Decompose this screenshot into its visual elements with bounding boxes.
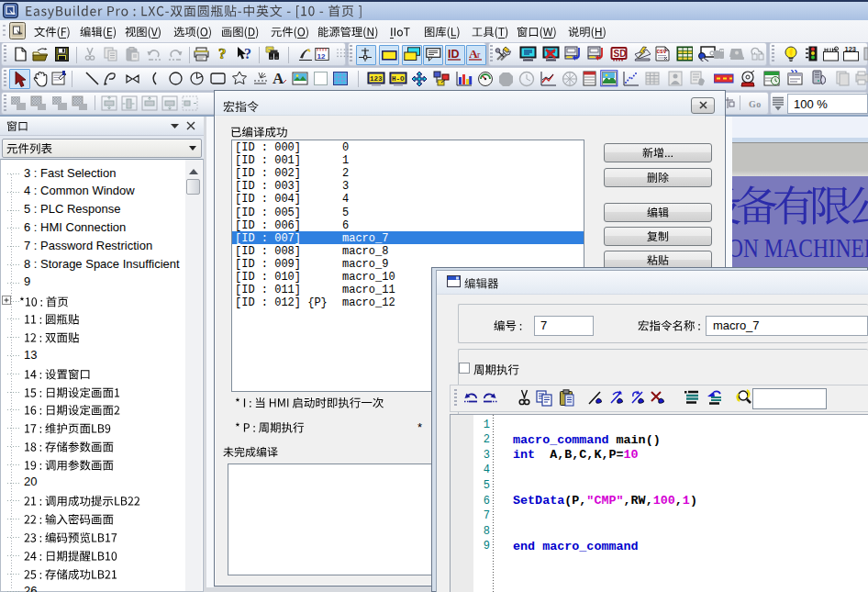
svg-text:A: A (273, 70, 284, 86)
svg-text:ID: ID (448, 48, 460, 61)
svg-text:123: 123 (845, 46, 857, 53)
svg-text:12: 12 (317, 52, 326, 61)
svg-text:csv: csv (657, 48, 667, 54)
svg-text:SD: SD (614, 49, 627, 59)
svg-text:123: 123 (370, 75, 383, 83)
svg-text:H-O: H-O (392, 75, 405, 83)
svg-text:?: ? (218, 46, 227, 61)
svg-text:?: ? (244, 46, 251, 61)
svg-text:r: r (477, 50, 481, 60)
